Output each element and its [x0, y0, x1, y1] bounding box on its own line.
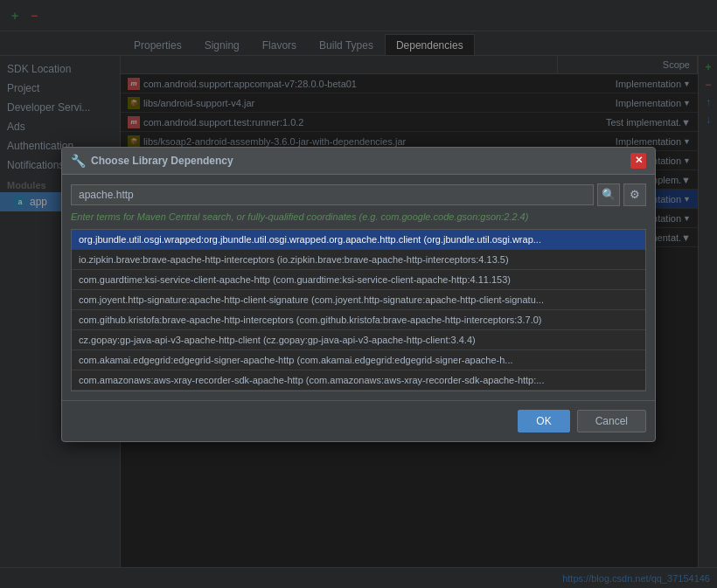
list-item[interactable]: com.github.kristofa:brave-apache-http-in… — [72, 310, 645, 330]
choose-library-dialog: 🔧 Choose Library Dependency ✕ 🔍 ⚙ Enter … — [61, 147, 656, 442]
list-item[interactable]: com.akamai.edgegrid:edgegrid-signer-apac… — [72, 350, 645, 370]
modal-overlay: 🔧 Choose Library Dependency ✕ 🔍 ⚙ Enter … — [0, 0, 717, 588]
dialog-title-icon: 🔧 — [71, 154, 86, 168]
dialog-close-button[interactable]: ✕ — [630, 153, 646, 169]
list-item[interactable]: io.zipkin.brave:brave-apache-http-interc… — [72, 250, 645, 270]
list-item[interactable]: com.joyent.http-signature:apache-http-cl… — [72, 290, 645, 310]
list-item[interactable]: org.jbundle.util.osgi.wrapped:org.jbundl… — [72, 230, 645, 250]
settings-button[interactable]: ⚙ — [623, 183, 646, 206]
dialog-footer: OK Cancel — [62, 400, 655, 441]
list-item[interactable]: com.amazonaws:aws-xray-recorder-sdk-apac… — [72, 370, 645, 391]
search-container: 🔍 ⚙ — [71, 183, 646, 206]
list-item[interactable]: cz.gopay:gp-java-api-v3-apache-http-clie… — [72, 330, 645, 350]
hint-prefix: Enter terms for Maven Central search, or… — [71, 211, 381, 222]
results-list: org.jbundle.util.osgi.wrapped:org.jbundl… — [71, 229, 646, 391]
dialog-title: 🔧 Choose Library Dependency — [71, 154, 233, 168]
hint-suffix: ) — [526, 211, 529, 222]
search-button[interactable]: 🔍 — [597, 183, 620, 206]
dialog-title-text: Choose Library Dependency — [91, 155, 233, 167]
search-hint: Enter terms for Maven Central search, or… — [71, 210, 646, 224]
hint-example: com.google.code.gson:gson:2.2.4 — [381, 211, 526, 222]
library-search-input[interactable] — [71, 184, 594, 205]
cancel-button[interactable]: Cancel — [577, 410, 646, 432]
dialog-titlebar: 🔧 Choose Library Dependency ✕ — [62, 148, 655, 175]
list-item[interactable]: com.guardtime:ksi-service-client-apache-… — [72, 270, 645, 290]
ok-button[interactable]: OK — [518, 410, 569, 432]
